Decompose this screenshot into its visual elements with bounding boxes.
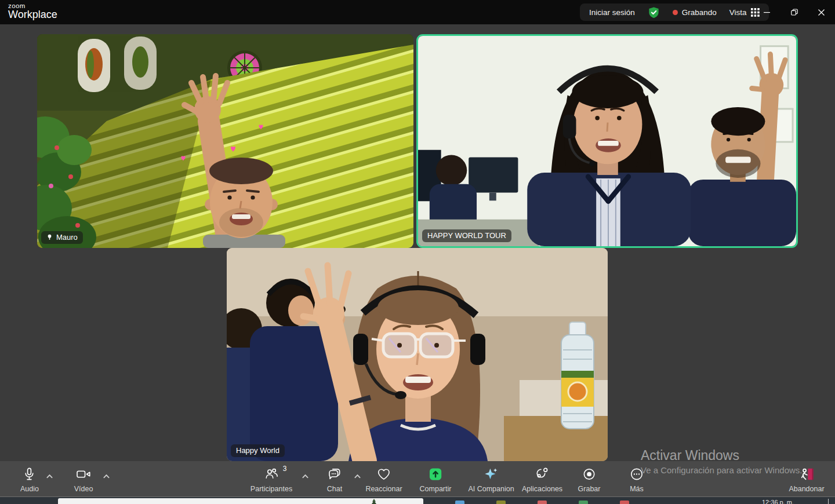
leave-label: Abandonar — [789, 485, 824, 493]
video-tile-mauro[interactable]: Mauro — [37, 34, 413, 248]
signin-label: Iniciar sesión — [589, 8, 635, 17]
chat-icon — [327, 466, 343, 482]
apps-icon — [535, 466, 550, 482]
restore-button[interactable] — [780, 0, 808, 24]
share-label: Compartir — [420, 485, 452, 493]
participant-name: Happy World — [236, 446, 279, 455]
microphone-icon — [21, 466, 37, 482]
video-options-chevron[interactable] — [103, 470, 110, 481]
nametag-mauro: Mauro — [41, 231, 83, 244]
nametag-happy-world: Happy World — [231, 444, 285, 457]
recording-label: Grabando — [682, 8, 717, 17]
nametag-happy-world-tour: HAPPY WORLD TOUR — [422, 229, 511, 242]
happy-world-video-scene — [227, 248, 608, 461]
camera-icon — [75, 466, 92, 482]
leave-button[interactable]: Abandonar — [789, 466, 824, 493]
recording-dot-icon — [673, 10, 678, 15]
participants-label: Participantes — [251, 485, 292, 493]
ai-companion-button[interactable]: AI Companion — [468, 466, 514, 493]
video-tile-happy-world-tour[interactable]: HAPPY WORLD TOUR — [416, 34, 798, 248]
record-icon — [582, 466, 597, 482]
security-button[interactable] — [648, 6, 660, 19]
recording-indicator[interactable]: Grabando — [673, 8, 717, 17]
chevron-up-icon — [354, 474, 361, 479]
minimize-icon — [763, 9, 771, 16]
more-icon — [629, 466, 645, 482]
react-button[interactable]: Reaccionar — [365, 466, 402, 493]
window-buttons — [753, 0, 835, 24]
taskbar-app-icon[interactable] — [496, 501, 506, 504]
meeting-stage: Mauro — [0, 24, 835, 461]
taskbar-app-icon[interactable] — [579, 501, 588, 504]
participants-options-chevron[interactable] — [302, 470, 308, 481]
windows-taskbar: 12:36 p. m. — [0, 496, 835, 504]
signin-button[interactable]: Iniciar sesión — [589, 8, 635, 17]
mauro-video-scene — [37, 34, 413, 248]
search-box-tree-icon — [371, 499, 377, 504]
video-label: Vídeo — [74, 485, 93, 493]
restore-icon — [790, 8, 798, 16]
window-titlebar: zoom Workplace Iniciar sesión Grabando V… — [0, 0, 835, 24]
taskbar-clock[interactable]: 12:36 p. m. — [762, 499, 794, 504]
more-button[interactable]: Más — [629, 466, 645, 493]
minimize-button[interactable] — [753, 0, 780, 24]
record-button[interactable]: Grabar — [578, 466, 601, 493]
happy-world-tour-video-scene — [418, 36, 796, 246]
audio-label: Audio — [20, 485, 39, 493]
participants-button[interactable]: 3 Participantes — [251, 466, 292, 493]
taskbar-app-icon[interactable] — [620, 501, 629, 504]
record-label: Grabar — [578, 485, 601, 493]
leave-meeting-icon — [798, 466, 815, 482]
view-label: Vista — [729, 8, 747, 17]
participants-count-badge: 3 — [283, 465, 287, 473]
more-label: Más — [630, 485, 644, 493]
participant-name: HAPPY WORLD TOUR — [427, 231, 506, 240]
brand-workplace: Workplace — [8, 9, 57, 20]
shield-check-icon — [648, 6, 660, 19]
heart-icon — [376, 466, 391, 482]
zoom-workplace-logo: zoom Workplace — [8, 2, 57, 20]
taskbar-divider — [828, 499, 829, 504]
pin-icon — [46, 234, 53, 240]
share-button[interactable]: Compartir — [420, 466, 452, 493]
apps-label: Aplicaciones — [522, 485, 562, 493]
participant-name: Mauro — [56, 233, 78, 242]
ai-companion-label: AI Companion — [468, 485, 514, 493]
ai-companion-icon — [484, 466, 499, 482]
video-button[interactable]: Vídeo — [74, 466, 93, 493]
close-button[interactable] — [808, 0, 835, 24]
video-tile-happy-world[interactable]: Happy World — [227, 248, 608, 461]
audio-button[interactable]: Audio — [20, 466, 39, 493]
apps-button[interactable]: Aplicaciones — [522, 466, 562, 493]
meeting-toolbar: Audio Vídeo 3 Participantes — [0, 461, 835, 496]
chat-options-chevron[interactable] — [354, 470, 361, 481]
chevron-up-icon — [302, 474, 308, 479]
taskbar-app-icon[interactable] — [455, 501, 464, 504]
share-screen-icon — [428, 466, 444, 482]
chat-button[interactable]: Chat — [327, 466, 343, 493]
chat-label: Chat — [327, 485, 342, 493]
titlebar-controls: Iniciar sesión Grabando Vista — [580, 3, 769, 21]
taskbar-app-icon[interactable] — [538, 501, 547, 504]
chevron-up-icon — [103, 474, 110, 479]
chevron-up-icon — [46, 474, 53, 479]
close-icon — [818, 9, 825, 16]
participants-icon — [263, 466, 279, 482]
react-label: Reaccionar — [365, 485, 402, 493]
taskbar-search-box[interactable] — [58, 498, 423, 504]
audio-options-chevron[interactable] — [46, 470, 53, 481]
